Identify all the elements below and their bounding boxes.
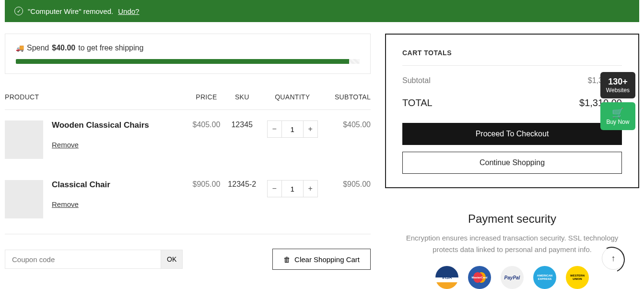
- websites-badge[interactable]: 130+ Websites: [600, 72, 635, 98]
- qty-plus-button[interactable]: +: [303, 121, 317, 137]
- product-name[interactable]: Wooden Classical Chairs: [52, 120, 149, 130]
- cart-icon: 🛒: [606, 107, 630, 119]
- free-shipping-box: 🚚 Spend $40.00 to get free shipping: [5, 34, 371, 74]
- arrow-up-icon: ↑: [611, 253, 616, 264]
- remove-link[interactable]: Remove: [52, 200, 79, 208]
- product-subtotal: $905.00: [325, 169, 371, 229]
- col-product: PRODUCT: [5, 87, 189, 110]
- product-price: $405.00: [189, 110, 224, 170]
- buy-now-button[interactable]: 🛒 Buy Now: [600, 102, 635, 130]
- visa-icon: VISA: [435, 266, 458, 289]
- shipping-prefix: Spend: [27, 44, 49, 52]
- clear-cart-button[interactable]: 🗑 Clear Shopping Cart: [272, 249, 371, 270]
- product-sku: 12345-2: [224, 169, 260, 229]
- western-union-icon: WESTERN UNION: [566, 266, 589, 289]
- buy-now-label: Buy Now: [606, 119, 629, 125]
- qty-plus-button[interactable]: +: [303, 181, 317, 197]
- qty-minus-button[interactable]: −: [268, 181, 282, 197]
- undo-link[interactable]: Undo?: [118, 7, 139, 15]
- payment-security-section: Payment security Encryption ensures incr…: [385, 212, 639, 289]
- trash-icon: 🗑: [283, 255, 291, 264]
- amex-icon: AMERICAN EXPRESS: [533, 266, 556, 289]
- product-subtotal: $405.00: [325, 110, 371, 170]
- coupon-input[interactable]: [5, 250, 161, 269]
- quantity-stepper: − +: [267, 120, 318, 138]
- product-thumb[interactable]: [5, 120, 43, 159]
- quantity-stepper: − +: [267, 180, 318, 197]
- scroll-top-button[interactable]: ↑: [602, 247, 625, 270]
- shipping-amount: $40.00: [52, 44, 75, 52]
- websites-count: 130+: [606, 77, 630, 87]
- subtotal-label: Subtotal: [402, 76, 431, 85]
- col-price: PRICE: [189, 87, 224, 110]
- qty-input[interactable]: [282, 181, 303, 197]
- shipping-progress: [16, 59, 360, 64]
- cart-table: PRODUCT PRICE SKU QUANTITY SUBTOTAL Wood…: [5, 87, 371, 229]
- truck-icon: 🚚: [16, 44, 24, 52]
- product-sku: 12345: [224, 110, 260, 170]
- payment-title: Payment security: [385, 212, 639, 226]
- check-icon: ✓: [14, 7, 23, 15]
- continue-shopping-button[interactable]: Continue Shopping: [402, 152, 622, 174]
- checkout-button[interactable]: Proceed To Checkout: [402, 123, 622, 145]
- totals-title: CART TOTALS: [402, 49, 622, 66]
- paypal-icon: PayPal: [501, 266, 524, 289]
- col-sku: SKU: [224, 87, 260, 110]
- coupon-apply-button[interactable]: OK: [161, 250, 183, 269]
- col-subtotal: SUBTOTAL: [325, 87, 371, 110]
- qty-minus-button[interactable]: −: [268, 121, 282, 137]
- product-price: $905.00: [189, 169, 224, 229]
- shipping-suffix: to get free shipping: [78, 44, 143, 52]
- table-row: Classical Chair Remove $905.00 12345-2 −…: [5, 169, 371, 229]
- qty-input[interactable]: [282, 121, 303, 137]
- col-quantity: QUANTITY: [260, 87, 325, 110]
- notice-message: "Computer Wire" removed.: [28, 7, 113, 15]
- product-thumb[interactable]: [5, 180, 43, 218]
- removed-notice: ✓ "Computer Wire" removed. Undo?: [5, 0, 639, 22]
- shipping-progress-fill: [16, 59, 349, 64]
- table-row: Wooden Classical Chairs Remove $405.00 1…: [5, 110, 371, 170]
- clear-cart-label: Clear Shopping Cart: [294, 255, 360, 264]
- mastercard-icon: [468, 266, 491, 289]
- total-label: TOTAL: [402, 97, 433, 108]
- websites-label: Websites: [606, 87, 630, 94]
- product-name[interactable]: Classical Chair: [52, 180, 110, 190]
- remove-link[interactable]: Remove: [52, 141, 79, 149]
